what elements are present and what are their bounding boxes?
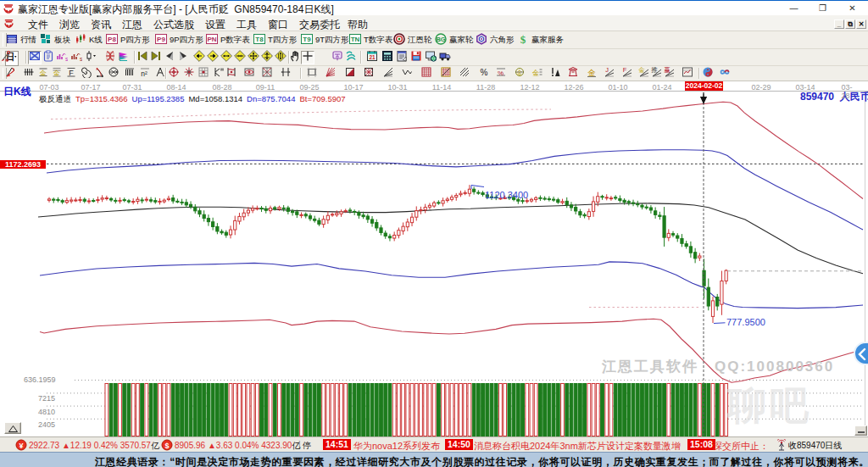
tb2-delivery[interactable]	[439, 51, 451, 64]
tb1-hexagon[interactable]: 六角形	[476, 34, 515, 47]
tb3-wave-v[interactable]	[401, 67, 413, 80]
mdi-minimize-button[interactable]: _	[834, 19, 844, 29]
tb2-clipboard[interactable]	[42, 51, 54, 64]
tb3-percent-lines[interactable]: %	[495, 67, 507, 80]
tb3-slant-lines[interactable]	[459, 67, 470, 80]
tb3-tui-angle[interactable]: 推	[651, 67, 663, 80]
tb2-candle-style[interactable]	[85, 51, 97, 64]
menu-文件[interactable]: 文件	[28, 18, 48, 32]
news-headline[interactable]: 消息称台积电2024年3nm新芯片设计定案数量激增	[474, 440, 681, 452]
tb1-9t-square[interactable]: T99T四方形	[301, 34, 349, 47]
tb1-t-square[interactable]: T8T四方形	[253, 34, 297, 47]
tb3-n-square[interactable]: n²	[139, 67, 151, 80]
tb2-window-switch[interactable]	[28, 51, 42, 64]
tb2-dia-vert[interactable]	[261, 51, 273, 64]
close-button[interactable]: ✕	[847, 3, 858, 14]
tb3-gold-lines[interactable]: 金	[531, 67, 543, 80]
tb3-grid-gold[interactable]	[440, 67, 452, 80]
menu-设置[interactable]: 设置	[205, 18, 225, 32]
tb2-dia-left[interactable]	[193, 51, 205, 64]
tb3-grid-box[interactable]	[198, 67, 209, 80]
tb2-last-page[interactable]	[150, 51, 162, 64]
tb3-cycle-circle[interactable]	[108, 67, 120, 80]
tb3-angle-measure[interactable]	[94, 67, 106, 80]
expand-indicator-button[interactable]	[4, 422, 21, 434]
tb2-hand-drag[interactable]	[289, 51, 301, 64]
tb3-grid-box-2[interactable]	[261, 67, 273, 80]
tb1-p-number-table[interactable]: PNP数字表	[206, 34, 250, 47]
tb3-pavilion[interactable]	[567, 67, 579, 80]
tb1-quotes[interactable]: 行情	[6, 34, 36, 47]
tb3-fan-lines[interactable]	[325, 67, 337, 80]
tb1-kline[interactable]: K线	[75, 34, 103, 47]
tb3-fibonacci[interactable]: F	[65, 67, 77, 80]
tb2-measure[interactable]	[0, 51, 12, 64]
news-headline[interactable]: 深交所中止：	[713, 440, 769, 452]
tb2-calendar[interactable]: 21	[366, 51, 378, 64]
tb3-time-tally[interactable]	[124, 67, 136, 80]
tb1-winner-wheel[interactable]: BG赢家轮	[435, 34, 474, 47]
mdi-restore-button[interactable]: ⧉	[845, 19, 855, 29]
tb3-gold-ratio-2[interactable]: 金	[51, 67, 63, 80]
tb3-gold-char[interactable]: 金	[586, 67, 598, 80]
tb2-dia-contract[interactable]	[234, 51, 246, 64]
tb2-crosshair[interactable]	[301, 51, 314, 64]
tb3-f-angle[interactable]: F	[621, 67, 633, 80]
tb3-circle-gold[interactable]: 金	[514, 67, 526, 80]
minimize-button[interactable]: —	[788, 3, 799, 14]
menu-资讯[interactable]: 资讯	[91, 18, 111, 32]
news-headline[interactable]: 华为nova12系列发布	[353, 440, 440, 452]
menu-江恩[interactable]: 江恩	[122, 18, 142, 32]
tb2-pattern[interactable]	[104, 51, 116, 64]
menu-交易委托[interactable]: 交易委托	[299, 18, 340, 32]
tb3-gold-ratio-1[interactable]: 金	[37, 67, 49, 80]
mdi-close-button[interactable]: ✕	[856, 19, 866, 29]
tb2-net-monitor[interactable]	[425, 51, 437, 64]
tb2-stat-chart-s2[interactable]: s	[70, 51, 82, 64]
tb3-rect-tool[interactable]	[306, 67, 318, 80]
tb3-alert-tri[interactable]	[549, 67, 561, 80]
tb2-calculator[interactable]	[381, 51, 393, 64]
tb3-k-quote[interactable]	[213, 67, 225, 80]
tb3-k-arrows[interactable]	[280, 67, 292, 80]
tb2-prev-bar[interactable]	[164, 51, 175, 64]
tb3-win-angle[interactable]: 赢	[664, 67, 676, 80]
tb3-percent[interactable]: %	[478, 67, 490, 80]
tb1-p-square[interactable]: P8P四方形	[106, 34, 150, 47]
tb1-t-number-table[interactable]: TNT数字表	[349, 34, 392, 47]
tb2-stat-chart-s1[interactable]: s	[56, 51, 68, 64]
tb3-j-angle[interactable]: J	[604, 67, 615, 80]
tb3-time-rulers[interactable]	[23, 67, 35, 80]
tb3-grid-red[interactable]	[420, 67, 432, 80]
tb3-square-x[interactable]	[363, 67, 375, 80]
tb1-gann-wheel[interactable]: 江恩轮	[393, 34, 432, 47]
tb3-target[interactable]	[168, 67, 180, 80]
tb3-gann-angle[interactable]	[5, 67, 17, 80]
restore-button[interactable]: ❐	[817, 3, 828, 14]
tb2-flag[interactable]	[118, 51, 130, 64]
tb3-starburst[interactable]	[183, 67, 195, 80]
menu-浏览[interactable]: 浏览	[59, 18, 80, 32]
tb2-next-bar[interactable]	[177, 51, 189, 64]
tb2-notepad[interactable]	[396, 51, 408, 64]
tb2-dia-lr[interactable]	[220, 51, 232, 64]
menu-窗口[interactable]: 窗口	[268, 18, 288, 32]
tb2-dia-expand[interactable]	[248, 51, 259, 64]
tb3-square-fill[interactable]	[344, 67, 356, 80]
tb3-angle-lines[interactable]	[382, 67, 394, 80]
tb3-spiral[interactable]	[80, 67, 92, 80]
tb3-gold-angle[interactable]: 金	[638, 67, 650, 80]
tb2-save[interactable]	[410, 51, 422, 64]
tb2-line-tool[interactable]	[345, 51, 357, 64]
menu-帮助[interactable]: 帮助	[348, 18, 368, 32]
menu-工具[interactable]: 工具	[236, 18, 257, 32]
tb3-infinity[interactable]	[719, 67, 731, 80]
pane-resize-button[interactable]	[854, 425, 867, 436]
tb2-label-tool[interactable]	[331, 51, 343, 64]
tb3-taiji[interactable]	[702, 67, 714, 80]
tb2-first-page[interactable]	[136, 51, 148, 64]
tb3-eye[interactable]	[243, 67, 255, 80]
tb1-9p-square[interactable]: P99P四方形	[155, 34, 203, 47]
tb3-chart-win[interactable]	[682, 67, 693, 80]
tb1-sectors[interactable]: 板块	[40, 34, 70, 47]
